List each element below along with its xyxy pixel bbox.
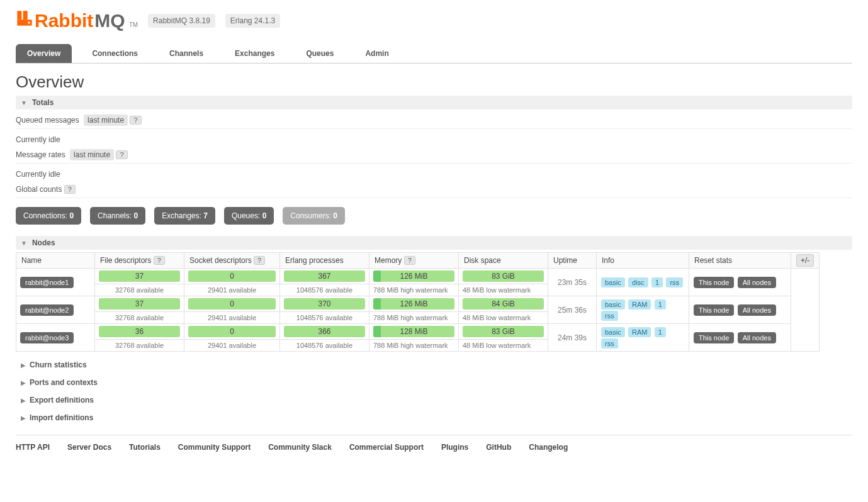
- section-churn-toggle[interactable]: ▶ Churn statistics: [16, 360, 852, 369]
- svg-rect-0: [17, 11, 21, 20]
- fd-bar: 37: [99, 298, 180, 310]
- section-ports-title: Ports and contexts: [30, 378, 98, 387]
- section-nodes-title: Nodes: [32, 238, 55, 247]
- section-totals-toggle[interactable]: ▼ Totals: [16, 96, 852, 109]
- disk-bar: 83 GiB: [463, 271, 544, 282]
- info-badge[interactable]: basic: [601, 299, 625, 310]
- table-row: rabbit@node2370370126 MiB84 GiB25m 36sba…: [16, 296, 820, 312]
- sd-available: 29401 available: [184, 284, 280, 296]
- fd-available: 32768 available: [95, 284, 184, 296]
- footer-link-http-api[interactable]: HTTP API: [16, 443, 50, 452]
- node-name-link[interactable]: rabbit@node3: [20, 332, 74, 343]
- fd-available: 32768 available: [95, 312, 184, 324]
- connections-count-button[interactable]: Connections: 0: [16, 207, 81, 225]
- tab-overview[interactable]: Overview: [16, 44, 72, 63]
- info-badge[interactable]: rss: [601, 338, 618, 349]
- tab-connections[interactable]: Connections: [81, 44, 149, 63]
- logo-text-mq: MQ: [94, 10, 125, 31]
- info-badge[interactable]: basic: [601, 327, 625, 337]
- info-badge[interactable]: basic: [601, 277, 625, 287]
- footer-link-changelog[interactable]: Changelog: [529, 443, 568, 452]
- info-badge[interactable]: 1: [655, 327, 666, 337]
- svg-rect-1: [23, 11, 28, 20]
- help-icon[interactable]: ?: [116, 150, 127, 159]
- info-badges: basic disc 1 rss: [597, 269, 689, 296]
- footer-link-github[interactable]: GitHub: [486, 443, 511, 452]
- section-nodes-toggle[interactable]: ▼ Nodes: [16, 236, 852, 250]
- footer-link-server-docs[interactable]: Server Docs: [67, 443, 111, 452]
- info-badge[interactable]: 1: [651, 277, 663, 287]
- tab-admin[interactable]: Admin: [354, 44, 400, 63]
- svg-point-3: [28, 21, 30, 24]
- col-fd: File descriptors ?: [95, 253, 184, 269]
- disk-bar: 84 GiB: [463, 298, 544, 310]
- uptime-value: 23m 35s: [548, 269, 597, 296]
- uptime-value: 24m 39s: [548, 324, 597, 352]
- ep-bar: 366: [284, 326, 365, 337]
- tab-exchanges[interactable]: Exchanges: [223, 44, 286, 63]
- help-icon[interactable]: ?: [404, 256, 415, 265]
- col-sd: Socket descriptors ?: [184, 253, 280, 269]
- info-badge[interactable]: RAM: [628, 299, 651, 310]
- mem-watermark: 788 MiB high watermark: [369, 340, 459, 352]
- help-icon[interactable]: ?: [154, 256, 165, 265]
- table-row: rabbit@node1370367126 MiB83 GiB23m 35sba…: [16, 269, 820, 284]
- reset-all-nodes-button[interactable]: All nodes: [738, 304, 776, 316]
- queues-count-button[interactable]: Queues: 0: [224, 207, 274, 225]
- mem-bar: 128 MiB: [373, 326, 454, 337]
- tab-channels[interactable]: Channels: [158, 44, 215, 63]
- reset-all-nodes-button[interactable]: All nodes: [738, 277, 776, 288]
- section-totals-title: Totals: [32, 98, 54, 107]
- nodes-table: Name File descriptors ? Socket descripto…: [16, 252, 820, 352]
- footer-link-plugins[interactable]: Plugins: [441, 443, 468, 452]
- info-badge[interactable]: RAM: [628, 327, 651, 337]
- chevron-right-icon: ▶: [21, 397, 26, 404]
- queued-range-selector[interactable]: last minute: [84, 114, 128, 126]
- page-title: Overview: [16, 72, 852, 92]
- channels-count-button[interactable]: Channels: 0: [90, 207, 145, 225]
- chevron-down-icon: ▼: [21, 240, 27, 247]
- help-icon[interactable]: ?: [254, 256, 265, 265]
- columns-toggle-button[interactable]: +/-: [796, 254, 814, 267]
- node-name-link[interactable]: rabbit@node2: [20, 304, 74, 316]
- footer-link-commercial-support[interactable]: Commercial Support: [349, 443, 424, 452]
- sd-available: 29401 available: [184, 312, 280, 324]
- footer-link-tutorials[interactable]: Tutorials: [129, 443, 161, 452]
- exchanges-count-button[interactable]: Exchanges: 7: [154, 207, 215, 225]
- help-icon[interactable]: ?: [64, 185, 76, 194]
- help-icon[interactable]: ?: [130, 116, 141, 125]
- section-import-toggle[interactable]: ▶ Import definitions: [16, 413, 852, 422]
- info-badge[interactable]: disc: [628, 277, 648, 287]
- reset-this-node-button[interactable]: This node: [694, 304, 734, 316]
- consumers-count-button[interactable]: Consumers: 0: [283, 207, 345, 225]
- disk-watermark: 48 MiB low watermark: [459, 284, 548, 296]
- col-reset: Reset stats: [689, 253, 791, 269]
- disk-bar: 83 GiB: [463, 326, 544, 337]
- footer-link-community-slack[interactable]: Community Slack: [268, 443, 332, 452]
- reset-all-nodes-button[interactable]: All nodes: [738, 332, 776, 343]
- reset-this-node-button[interactable]: This node: [694, 332, 734, 343]
- reset-this-node-button[interactable]: This node: [694, 277, 734, 288]
- table-row: rabbit@node3360366128 MiB83 GiB24m 39sba…: [16, 324, 820, 340]
- mem-watermark: 788 MiB high watermark: [369, 284, 459, 296]
- mem-watermark: 788 MiB high watermark: [369, 312, 459, 324]
- footer-link-community-support[interactable]: Community Support: [178, 443, 251, 452]
- sd-bar: 0: [188, 326, 276, 337]
- rabbitmq-version-badge: RabbitMQ 3.8.19: [148, 14, 215, 28]
- section-ports-toggle[interactable]: ▶ Ports and contexts: [16, 378, 852, 387]
- info-badges: basic RAM 1 rss: [597, 324, 689, 352]
- section-export-toggle[interactable]: ▶ Export definitions: [16, 396, 852, 404]
- global-counts-row: Global counts ?: [16, 185, 852, 194]
- info-badge[interactable]: rss: [666, 277, 683, 287]
- ep-available: 1048576 available: [280, 284, 369, 296]
- logo[interactable]: RabbitMQ TM: [16, 9, 138, 31]
- info-badge[interactable]: rss: [601, 311, 618, 321]
- logo-tm: TM: [129, 21, 138, 28]
- info-badge[interactable]: 1: [655, 299, 666, 310]
- rates-range-selector[interactable]: last minute: [70, 149, 114, 160]
- node-name-link[interactable]: rabbit@node1: [20, 277, 74, 288]
- section-export-title: Export definitions: [30, 396, 94, 404]
- sd-available: 29401 available: [184, 340, 280, 352]
- tab-queues[interactable]: Queues: [295, 44, 345, 63]
- ep-bar: 370: [284, 298, 365, 310]
